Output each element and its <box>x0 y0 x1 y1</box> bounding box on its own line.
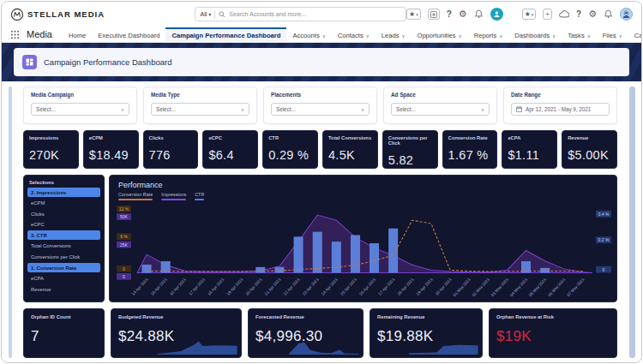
risk-value: $19K <box>496 328 610 345</box>
svg-text:18 Apr 2021: 18 Apr 2021 <box>207 277 225 295</box>
search-placeholder: Search Accounts and more... <box>229 11 306 17</box>
chevron-down-icon: ∨ <box>322 33 326 39</box>
kpi-conversions-per-click[interactable]: Conversions per Click5.82 <box>382 130 438 169</box>
kpi-conversion-rate[interactable]: Conversion Rate1.67 % <box>442 130 498 169</box>
performance-chart-panel: Performance Conversion Rate Impressions … <box>109 175 617 302</box>
notifications-bell-icon[interactable] <box>474 9 484 19</box>
legend-conversion-rate[interactable]: Conversion Rate <box>118 192 153 200</box>
chevron-down-icon: ∨ <box>587 33 591 39</box>
middle-row: Selections 2. Impressions eCPM Clicks eC… <box>23 175 617 302</box>
user-avatar[interactable] <box>490 8 503 21</box>
tile-forecasted-revenue[interactable]: Forecasted Revenue $4,996.30 <box>248 308 364 358</box>
svg-text:21 Apr 2021: 21 Apr 2021 <box>264 277 282 295</box>
app-launcher-waffle-icon[interactable] <box>10 30 20 39</box>
selection-impressions[interactable]: 2. Impressions <box>27 188 100 197</box>
kpi-revenue[interactable]: Revenue$5.00K <box>562 130 617 169</box>
left-scrollbar[interactable] <box>9 87 12 358</box>
selection-revenue[interactable]: Revenue <box>27 284 100 294</box>
setup-gear-icon[interactable]: ⚙ <box>588 9 597 20</box>
svg-text:04 May 2021: 04 May 2021 <box>509 277 529 296</box>
tab-strip: Home Executive Dashboard Campaign Perfor… <box>63 27 642 41</box>
tab-reports[interactable]: Reports∨ <box>468 27 509 41</box>
svg-text:0: 0 <box>123 266 125 271</box>
selection-ecpc[interactable]: eCPC <box>27 220 100 230</box>
theme-banner: Campaign Performance Dashboard <box>2 43 641 81</box>
svg-text:27 Apr 2021: 27 Apr 2021 <box>377 277 395 295</box>
media-type-select[interactable]: Select...∨ <box>151 103 249 116</box>
help-icon[interactable]: ? <box>447 9 452 19</box>
add-grid-icon[interactable] <box>428 9 440 20</box>
svg-text:19 Apr 2021: 19 Apr 2021 <box>225 277 243 295</box>
add-icon[interactable]: + <box>543 9 552 20</box>
legend-swatch <box>118 199 153 200</box>
tab-leads[interactable]: Leads∨ <box>376 27 412 41</box>
chevron-down-icon: ∨ <box>481 107 484 112</box>
kpi-clicks[interactable]: Clicks776 <box>143 130 199 169</box>
svg-text:28 Apr 2021: 28 Apr 2021 <box>396 277 414 295</box>
svg-text:01 May 2021: 01 May 2021 <box>453 277 472 296</box>
selection-ctr[interactable]: 3. CTR <box>27 230 100 240</box>
selection-ecpm[interactable]: eCPM <box>27 199 100 208</box>
setup-gear-icon[interactable]: ⚙ <box>459 9 467 20</box>
kpi-ecpc[interactable]: eCPC$6.4 <box>202 130 258 169</box>
selection-clicks[interactable]: Clicks <box>27 209 100 218</box>
selection-ecpa[interactable]: eCPA <box>27 274 100 283</box>
app-window: STELLAR MEDIA All▾ Search Accounts and m… <box>1 1 642 363</box>
favorites-icon[interactable]: ★▾ <box>406 9 421 20</box>
tab-campaign-performance-dashboard[interactable]: Campaign Performance Dashboard <box>165 27 286 41</box>
legend-swatch <box>195 199 204 200</box>
kpi-row: Impressions270K eCPM$18.49 Clicks776 eCP… <box>23 130 617 169</box>
calendar-icon <box>516 106 522 113</box>
legend-swatch <box>161 199 186 200</box>
bottom-tile-row: Orphan ID Count 7 Budgeted Revenue $24.8… <box>23 308 617 358</box>
date-range-input[interactable]: Apr 12, 2021 - May 9, 2021 <box>511 103 610 116</box>
legend-impressions[interactable]: Impressions <box>161 192 186 200</box>
legend-ctr[interactable]: CTR <box>195 192 204 200</box>
tab-contacts[interactable]: Contacts∨ <box>332 27 376 41</box>
tab-executive-dashboard[interactable]: Executive Dashboard <box>92 27 165 41</box>
svg-text:17 Apr 2021: 17 Apr 2021 <box>188 277 206 295</box>
chevron-down-icon: ▾ <box>208 11 211 17</box>
dashboard-icon <box>22 55 37 69</box>
tile-remaining-revenue[interactable]: Remaining Revenue $19.88K <box>370 308 483 358</box>
cloud-icon[interactable] <box>559 10 569 18</box>
selection-conversion-rate[interactable]: 1. Conversion Rate <box>27 263 100 272</box>
selection-total-conversions[interactable]: Total Conversions <box>27 242 100 251</box>
kpi-impressions[interactable]: Impressions270K <box>23 130 79 169</box>
tab-opportunities[interactable]: Opportunities∨ <box>411 27 467 41</box>
tab-accounts[interactable]: Accounts∨ <box>286 27 331 41</box>
tile-orphan-id-count[interactable]: Orphan ID Count 7 <box>23 308 105 358</box>
kpi-ctr[interactable]: CTR0.29 % <box>262 130 318 169</box>
favorites-icon[interactable]: ★▾ <box>522 9 537 20</box>
search-scope-dropdown[interactable]: All▾ <box>201 11 212 17</box>
tab-campaigns[interactable]: Campaigns∨ <box>628 27 642 41</box>
svg-text:25 Apr 2021: 25 Apr 2021 <box>340 277 358 295</box>
placements-select[interactable]: Select...∨ <box>271 103 370 116</box>
svg-text:25K: 25K <box>120 242 129 247</box>
chart-legend: Conversion Rate Impressions CTR <box>118 192 613 200</box>
tab-home[interactable]: Home <box>63 27 92 41</box>
tile-orphan-revenue-at-risk[interactable]: Orphan Revenue at Risk $19K <box>489 308 617 358</box>
kpi-ecpa[interactable]: eCPA$1.11 <box>502 130 557 169</box>
kpi-total-conversions[interactable]: Total Conversions4.5K <box>322 130 378 169</box>
help-icon[interactable]: ? <box>576 9 581 19</box>
svg-text:16 Apr 2021: 16 Apr 2021 <box>169 277 187 295</box>
vertical-scrollbar[interactable] <box>629 87 635 358</box>
selection-conversions-per-click[interactable]: Conversions per Click <box>27 253 100 262</box>
media-campaign-select[interactable]: Select...∨ <box>31 103 129 116</box>
tab-files[interactable]: Files∨ <box>597 27 628 41</box>
global-search[interactable]: All▾ Search Accounts and more... <box>195 7 406 21</box>
tile-budgeted-revenue[interactable]: Budgeted Revenue $24.88K <box>111 308 242 358</box>
tab-tasks[interactable]: Tasks∨ <box>562 27 596 41</box>
performance-chart-svg[interactable]: 14 Apr 202115 Apr 202116 Apr 202117 Apr … <box>115 200 613 296</box>
astronaut-avatar[interactable] <box>620 8 633 21</box>
svg-text:20 Apr 2021: 20 Apr 2021 <box>245 277 263 295</box>
notifications-bell-icon[interactable] <box>604 9 613 19</box>
ad-space-select[interactable]: Select...∨ <box>391 103 490 116</box>
kpi-ecpm[interactable]: eCPM$18.49 <box>83 130 139 169</box>
tab-dashboards[interactable]: Dashboards∨ <box>508 27 562 41</box>
app-name: Media <box>27 29 52 39</box>
chevron-down-icon: ∨ <box>499 33 502 39</box>
filter-row: Media Campaign Select...∨ Media Type Sel… <box>23 87 617 124</box>
app-nav-bar: Media Home Executive Dashboard Campaign … <box>2 27 641 43</box>
